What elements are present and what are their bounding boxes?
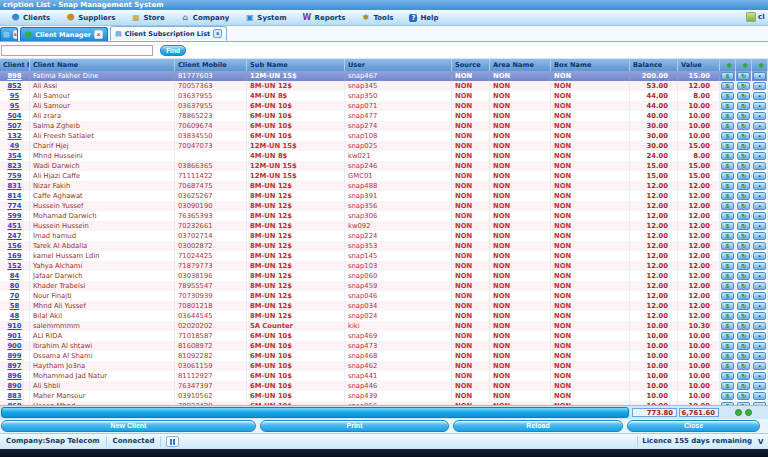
table-row[interactable]: 831Nizar Fakih706874758M-UN 12$snap488NO…	[0, 181, 768, 191]
monitor-icon[interactable]: ▪	[753, 152, 766, 160]
money-icon[interactable]: $	[721, 362, 734, 370]
column-header-sync-icon[interactable]: ●	[736, 59, 752, 71]
cell-id[interactable]: 58	[0, 301, 30, 311]
money-icon[interactable]: $	[721, 272, 734, 280]
sync-icon[interactable]: ↻	[737, 312, 750, 320]
money-icon[interactable]: $	[721, 382, 734, 390]
monitor-icon[interactable]: ▪	[753, 252, 766, 260]
column-header-monitor-icon[interactable]: ●	[752, 59, 768, 71]
table-row[interactable]: 599Mohamad Darwich763653938M-UN 12$snap3…	[0, 211, 768, 221]
cell-id[interactable]: 890	[0, 381, 30, 391]
sync-icon[interactable]: ↻	[737, 112, 750, 120]
sync-icon[interactable]: ↻	[737, 372, 750, 380]
cell-id[interactable]: 354	[0, 151, 30, 161]
money-icon[interactable]: $	[721, 112, 734, 120]
menu-item-tools[interactable]: ✱Tools	[353, 13, 401, 22]
menu-item-system[interactable]: ▣System	[237, 13, 294, 22]
monitor-icon[interactable]: ▪	[753, 172, 766, 180]
table-row[interactable]: 58Mhnd Ali Yussef708012188M-UN 12$snap03…	[0, 301, 768, 311]
sync-icon[interactable]: ↻	[737, 242, 750, 250]
column-header-user[interactable]: User	[345, 59, 452, 71]
cell-id[interactable]: 80	[0, 281, 30, 291]
money-icon[interactable]: $	[721, 152, 734, 160]
cell-id[interactable]: 896	[0, 371, 30, 381]
sync-icon[interactable]: ↻	[737, 102, 750, 110]
column-header-money-icon[interactable]: ●	[720, 59, 736, 71]
sync-icon[interactable]: ↻	[737, 322, 750, 330]
monitor-icon[interactable]: ▪	[753, 82, 766, 90]
sync-icon[interactable]: ↻	[737, 182, 750, 190]
cell-id[interactable]: 774	[0, 201, 30, 211]
money-icon[interactable]: $	[721, 282, 734, 290]
cell-id[interactable]: 599	[0, 211, 30, 221]
money-icon[interactable]: $	[721, 302, 734, 310]
table-row[interactable]: 354Mhnd Husseini4M-UN 8$kw021NONNONNON24…	[0, 151, 768, 161]
monitor-icon[interactable]: ▪	[753, 192, 766, 200]
taskbar-edge[interactable]	[0, 449, 768, 457]
menu-item-help[interactable]: ?Help	[401, 14, 446, 22]
monitor-icon[interactable]: ▪	[753, 202, 766, 210]
cell-id[interactable]: 48	[0, 311, 30, 321]
sync-icon[interactable]: ↻	[737, 212, 750, 220]
monitor-icon[interactable]: ▪	[753, 352, 766, 360]
money-icon[interactable]: $	[721, 92, 734, 100]
new-client-button[interactable]: New Client	[1, 420, 256, 432]
search-input[interactable]	[1, 45, 153, 56]
monitor-icon[interactable]: ▪	[753, 212, 766, 220]
money-icon[interactable]: $	[721, 262, 734, 270]
cell-id[interactable]: 901	[0, 331, 30, 341]
cell-id[interactable]: 95	[0, 91, 30, 101]
money-icon[interactable]: $	[721, 352, 734, 360]
cell-id[interactable]: 152	[0, 261, 30, 271]
cell-id[interactable]: 759	[0, 171, 30, 181]
money-icon[interactable]: $	[721, 212, 734, 220]
monitor-icon[interactable]: ▪	[753, 142, 766, 150]
sync-icon[interactable]: ↻	[737, 72, 750, 80]
money-icon[interactable]: $	[721, 102, 734, 110]
cell-id[interactable]: 49	[0, 141, 30, 151]
money-icon[interactable]: $	[721, 232, 734, 240]
tab-close-icon[interactable]: x	[213, 29, 222, 38]
sync-icon[interactable]: ↻	[737, 262, 750, 270]
menu-item-suppliers[interactable]: ☻Suppliers	[58, 13, 123, 22]
table-row[interactable]: 890Ali Shbli763473976M-UN 10$snap446NONN…	[0, 381, 768, 391]
menu-item-store[interactable]: ▦Store	[123, 13, 172, 22]
sync-icon[interactable]: ↻	[737, 352, 750, 360]
monitor-icon[interactable]: ▪	[753, 242, 766, 250]
monitor-icon[interactable]: ▪	[753, 182, 766, 190]
column-header-box[interactable]: Box Name	[551, 59, 630, 71]
monitor-icon[interactable]: ▪	[753, 382, 766, 390]
money-icon[interactable]: $	[721, 242, 734, 250]
column-header-mobile[interactable]: Client Mobile	[175, 59, 247, 71]
horizontal-scrollbar[interactable]	[1, 407, 629, 418]
money-icon[interactable]: $	[721, 132, 734, 140]
money-icon[interactable]: $	[721, 392, 734, 400]
cell-id[interactable]: 814	[0, 191, 30, 201]
table-row[interactable]: 910salemmmmm020202025A CounterkikiNONNON…	[0, 321, 768, 331]
column-header-value[interactable]: Value	[678, 59, 720, 71]
monitor-icon[interactable]: ▪	[753, 222, 766, 230]
monitor-icon[interactable]: ▪	[753, 282, 766, 290]
money-icon[interactable]: $	[721, 332, 734, 340]
tab-client-manager[interactable]: ☻Client Managerx	[20, 27, 108, 41]
money-icon[interactable]: $	[721, 312, 734, 320]
cell-id[interactable]: 169	[0, 251, 30, 261]
cell-id[interactable]: 898	[0, 71, 30, 81]
sync-icon[interactable]: ↻	[737, 392, 750, 400]
money-icon[interactable]: $	[721, 82, 734, 90]
cell-id[interactable]: 70	[0, 291, 30, 301]
cell-id[interactable]: 897	[0, 361, 30, 371]
connection-signal-icon[interactable]	[166, 436, 179, 447]
table-row[interactable]: 900Ibrahim Al shtawi816089726M-UN 10$sna…	[0, 341, 768, 351]
find-button[interactable]: Find	[160, 45, 186, 56]
monitor-icon[interactable]: ▪	[753, 122, 766, 130]
close-button[interactable]: Close	[627, 420, 760, 432]
table-row[interactable]: 896Mohammad Jad Natur811129276M-UN 10$sn…	[0, 371, 768, 381]
money-icon[interactable]: $	[721, 252, 734, 260]
monitor-icon[interactable]: ▪	[753, 362, 766, 370]
table-row[interactable]: 49Charif Hjej7004707312M-UN 15$snap025NO…	[0, 141, 768, 151]
tab-close-icon[interactable]: x	[94, 30, 103, 39]
monitor-icon[interactable]: ▪	[753, 92, 766, 100]
money-icon[interactable]: $	[721, 222, 734, 230]
money-icon[interactable]: $	[721, 122, 734, 130]
